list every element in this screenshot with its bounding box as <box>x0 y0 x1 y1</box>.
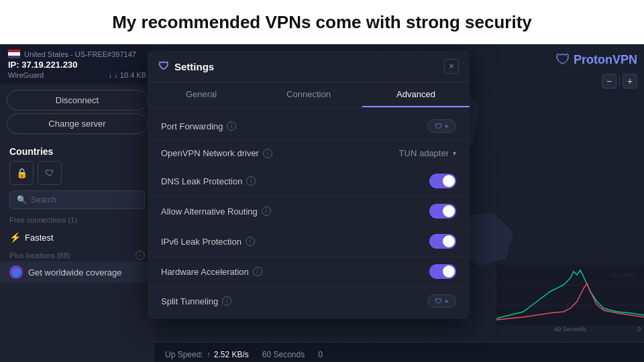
up-speed-label: Up Speed: <box>165 350 203 359</box>
zoom-controls: − + <box>602 74 637 88</box>
protocol-label: WireGuard <box>8 71 44 79</box>
ip-address: IP: 37.19.221.230 <box>8 60 146 70</box>
banner-text: My recommended VPNs come with strong sec… <box>112 12 532 32</box>
up-speed-item: Up Speed: ↑ 2.52 KB/s <box>165 350 249 359</box>
worldwide-label: Get worldwide coverage <box>28 267 121 278</box>
us-flag <box>8 50 20 58</box>
tab-general[interactable]: General <box>148 82 255 107</box>
speed-display: ↓ ↓ 10.4 KB <box>109 71 146 79</box>
fastest-item[interactable]: ⚡ Fastest <box>0 228 154 247</box>
protocol-row: WireGuard ↓ ↓ 10.4 KB <box>8 71 146 79</box>
proton-logo: 🛡 ProtonVPN <box>555 51 637 68</box>
search-placeholder: Search <box>31 195 56 204</box>
worldwide-row[interactable]: 🌐 Get worldwide coverage <box>0 261 154 283</box>
tun-dropdown[interactable]: TUN adapter ▾ <box>399 148 456 158</box>
alt-routing-label: Allow Alternative Routing i <box>161 206 271 217</box>
modal-tabs: General Connection Advanced <box>148 82 470 108</box>
proton-name: ProtonVPN <box>574 53 637 67</box>
proton-header: 🛡 ProtonVPN − + <box>555 51 637 88</box>
tun-value: TUN adapter <box>399 148 449 158</box>
time-label: 60 Seconds <box>262 350 305 359</box>
disconnect-button[interactable]: Disconnect <box>7 90 148 111</box>
split-plus-badge-label: + <box>445 297 449 305</box>
time-right-label: 0 <box>318 350 323 359</box>
icon-buttons-row: 🔒 🛡 <box>0 161 154 190</box>
bottom-speed-bar: Up Speed: ↑ 2.52 KB/s 60 Seconds 0 <box>154 342 644 362</box>
change-server-button[interactable]: Change server <box>7 113 148 134</box>
ipv6-info-icon[interactable]: i <box>246 237 255 246</box>
dns-leak-toggle[interactable] <box>429 174 456 188</box>
split-tunneling-label: Split Tunneling i <box>161 296 231 306</box>
tun-chevron-icon: ▾ <box>453 149 456 157</box>
modal-title: 🛡 Settings <box>158 60 214 72</box>
search-icon: 🔍 <box>17 195 27 204</box>
hw-accel-toggle[interactable] <box>429 264 456 279</box>
hw-accel-info-icon[interactable]: i <box>253 267 262 276</box>
zoom-plus-btn[interactable]: + <box>623 74 637 88</box>
split-plus-shield-icon: 🛡 <box>435 297 442 305</box>
split-tunneling-info-icon[interactable]: i <box>222 296 231 306</box>
alt-routing-toggle[interactable] <box>429 204 456 219</box>
plus-locations-label: Plus locations (88) <box>9 251 70 259</box>
setting-hw-accel: Hardware Acceleration i <box>148 257 470 287</box>
connection-info: United States - US-FREE#397147 IP: 37.19… <box>0 44 154 84</box>
dns-info-icon[interactable]: i <box>246 176 256 186</box>
ipv6-leak-label: IPv6 Leak Protection i <box>161 237 255 247</box>
openvpn-info-icon[interactable]: i <box>263 149 272 158</box>
up-speed-value: 2.52 KB/s <box>214 350 249 359</box>
port-forwarding-plus-badge[interactable]: 🛡 + <box>427 119 456 133</box>
setting-alt-routing: Allow Alternative Routing i <box>148 196 470 227</box>
speed-arrow-icon: ↓ <box>109 71 113 79</box>
location-label: United States - US-FREE#397147 <box>24 50 136 58</box>
tab-advanced[interactable]: Advanced <box>362 82 470 107</box>
openvpn-label: OpenVPN Network driver i <box>161 148 272 158</box>
modal-body: Port Forwarding i 🛡 + OpenVPN Network dr… <box>148 108 470 319</box>
fastest-label: Fastest <box>25 233 54 243</box>
split-tunneling-plus-badge[interactable]: 🛡 + <box>427 294 456 308</box>
ip-row: United States - US-FREE#397147 <box>8 50 146 58</box>
time-right-item: 0 <box>318 350 323 359</box>
speed-value: ↓ 10.4 KB <box>114 71 146 79</box>
countries-section-title: Countries <box>0 141 154 161</box>
chart-time-label: 60 Seconds <box>554 326 586 333</box>
setting-ipv6-leak: IPv6 Leak Protection i <box>148 227 470 257</box>
chart-0-label: 0 <box>637 326 641 333</box>
proton-shield-icon: 🛡 <box>555 51 570 68</box>
modal-close-button[interactable]: × <box>444 59 459 74</box>
tab-connection[interactable]: Connection <box>255 82 362 107</box>
plus-locations-row: Plus locations (88) i <box>0 247 154 261</box>
settings-modal: 🛡 Settings × General Connection Advanced… <box>148 51 470 319</box>
modal-header: 🛡 Settings × <box>148 51 470 82</box>
time-item: 60 Seconds <box>262 350 305 359</box>
ipv6-leak-toggle[interactable] <box>429 234 456 249</box>
port-forwarding-label: Port Forwarding i <box>161 121 236 131</box>
plus-shield-icon: 🛡 <box>435 122 442 130</box>
svg-rect-0 <box>496 265 644 325</box>
up-arrow-icon: ↑ <box>207 350 211 359</box>
zoom-minus-btn[interactable]: − <box>602 74 616 88</box>
port-forwarding-info-icon[interactable]: i <box>227 121 236 131</box>
speed-chart: 51.1 KB/s 60 Seconds 0 <box>496 268 644 342</box>
search-box[interactable]: 🔍 Search <box>9 190 145 209</box>
hw-accel-label: Hardware Acceleration i <box>161 267 262 277</box>
plus-badge-label: + <box>445 122 449 130</box>
bolt-icon: ⚡ <box>9 232 21 243</box>
alt-routing-info-icon[interactable]: i <box>262 206 271 216</box>
modal-title-text: Settings <box>174 61 214 72</box>
setting-port-forwarding: Port Forwarding i 🛡 + <box>148 112 470 141</box>
lock-icon-btn[interactable]: 🔒 <box>9 161 34 185</box>
page-banner: My recommended VPNs come with strong sec… <box>0 0 644 44</box>
zoom-divider <box>619 76 620 86</box>
modal-shield-icon: 🛡 <box>158 60 169 72</box>
plus-info-icon[interactable]: i <box>136 251 145 260</box>
setting-split-tunneling: Split Tunneling i 🛡 + <box>148 287 470 315</box>
shield-icon-btn[interactable]: 🛡 <box>38 161 62 185</box>
dns-leak-label: DNS Leak Protection i <box>161 176 256 186</box>
setting-openvpn: OpenVPN Network driver i TUN adapter ▾ <box>148 141 470 166</box>
free-connections-label: Free connections (1) <box>0 216 154 228</box>
main-area: United States - US-FREE#397147 IP: 37.19… <box>0 44 644 362</box>
setting-dns-leak: DNS Leak Protection i <box>148 166 470 196</box>
sidebar: United States - US-FREE#397147 IP: 37.19… <box>0 44 154 362</box>
worldwide-dot-icon: 🌐 <box>9 265 23 279</box>
